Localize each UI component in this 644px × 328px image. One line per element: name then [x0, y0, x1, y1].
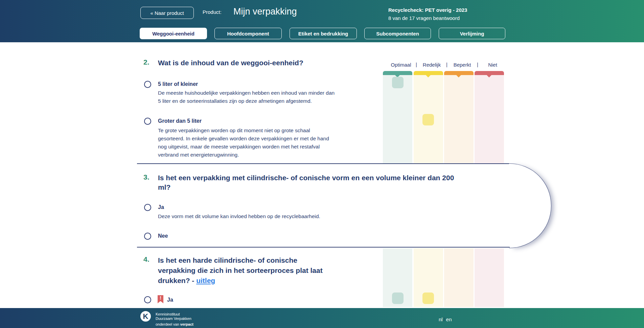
- option-label[interactable]: Nee: [158, 233, 168, 239]
- section-divider: [137, 247, 510, 248]
- scale-label-beperkt: Beperkt: [447, 62, 477, 68]
- scale-label-niet: Niet: [478, 62, 507, 68]
- question-3-number: 3.: [143, 173, 150, 181]
- tab-hoofdcomponent[interactable]: Hoofdcomponent: [214, 28, 282, 39]
- uitleg-link[interactable]: uitleg: [196, 277, 215, 284]
- tagline-brand: verpact: [180, 322, 193, 326]
- radio-q2-5-liter-of-kleiner[interactable]: [144, 81, 151, 88]
- lang-en-link[interactable]: en: [446, 317, 452, 322]
- section-divider: [137, 163, 510, 164]
- option-label[interactable]: Ja: [167, 297, 173, 303]
- tab-subcomponenten[interactable]: Subcomponenten: [364, 28, 431, 39]
- tab-verlijming[interactable]: Verlijming: [439, 28, 505, 39]
- tagline-prefix: onderdeel van: [156, 322, 180, 326]
- scale-column-beperkt: [444, 71, 474, 164]
- radio-q3-nee[interactable]: [144, 233, 151, 240]
- question-2-title: Wat is de inhoud van de weggooi-eenheid?: [158, 58, 303, 68]
- radio-q4-ja[interactable]: [144, 296, 151, 303]
- question-2-number: 2.: [143, 58, 150, 66]
- app-footer: K Kennisinstituut Duurzaam Verpakken ond…: [0, 308, 644, 328]
- scale-label-redelijk: Redelijk: [417, 62, 446, 68]
- tab-etiket-en-bedrukking[interactable]: Etiket en bedrukking: [290, 28, 357, 39]
- product-name: Mijn verpakking: [233, 6, 297, 17]
- score-marker-q4-redelijk: [422, 292, 434, 304]
- option-label[interactable]: Groter dan 5 liter: [158, 118, 202, 124]
- footer-org-line1: Kennisinstituut: [156, 312, 180, 316]
- scale-label-optimaal: Optimaal: [386, 62, 416, 68]
- caret-down-icon: [426, 75, 431, 77]
- radio-q3-ja[interactable]: [144, 204, 151, 211]
- scale-column-niet: [475, 71, 504, 164]
- score-marker-q2-redelijk: [422, 114, 434, 125]
- score-marker-q4-optimaal: [392, 292, 404, 304]
- question-4-title-text: Is het een harde cilindrische- of conisc…: [158, 256, 323, 284]
- scale-column-beperkt: [444, 248, 474, 307]
- option-description: Te grote verpakkingen worden op dit mome…: [158, 126, 329, 159]
- option-description: De meeste huishoudelijke verpakkingen he…: [158, 89, 335, 105]
- option-label[interactable]: Ja: [158, 204, 164, 210]
- recyclecheck-page: « Naar product Product: Mijn verpakking …: [0, 0, 644, 328]
- check-title: Recyclecheck: PET overig - 2023: [388, 7, 467, 13]
- active-question-arc: [509, 163, 551, 248]
- question-3-title: Is het een verpakking met cilindrische- …: [158, 173, 454, 192]
- kidv-logo: K: [140, 311, 151, 322]
- language-switcher: nl/en: [439, 317, 452, 322]
- back-to-product-button[interactable]: « Naar product: [140, 7, 194, 19]
- product-label: Product:: [203, 9, 222, 15]
- question-4-number: 4.: [143, 255, 150, 263]
- app-header: « Naar product Product: Mijn verpakking …: [0, 0, 644, 42]
- caret-down-icon: [486, 75, 492, 77]
- footer-tagline: onderdeel van verpact: [156, 322, 193, 326]
- progress-status: 8 van de 17 vragen beantwoord: [388, 15, 460, 21]
- radio-q2-groter-dan-5-liter[interactable]: [144, 118, 151, 125]
- lang-separator: /: [443, 317, 446, 322]
- score-marker-q2-optimaal: [392, 77, 404, 88]
- option-label[interactable]: 5 liter of kleiner: [158, 81, 198, 87]
- scale-column-niet: [475, 248, 504, 307]
- tab-weggooi-eenheid[interactable]: Weggooi-eenheid: [140, 28, 207, 39]
- option-description: Deze vorm met dit volume kan invloed heb…: [158, 212, 320, 220]
- warning-flag-icon: !: [158, 295, 163, 303]
- lang-nl-link[interactable]: nl: [439, 317, 443, 322]
- caret-down-icon: [456, 75, 461, 77]
- footer-org-line2: Duurzaam Verpakken: [156, 317, 191, 321]
- question-4-title: Is het een harde cilindrische- of conisc…: [158, 255, 323, 286]
